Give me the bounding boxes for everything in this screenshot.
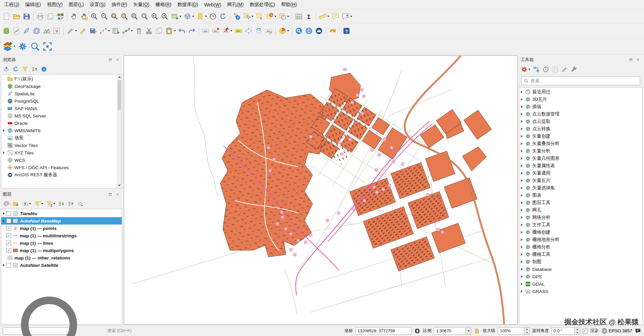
new-mesh-layer-button[interactable] — [42, 26, 51, 36]
browser-item[interactable]: SAPSAP HANA — [1, 105, 117, 112]
zoom-to-selection-button[interactable] — [120, 12, 129, 21]
toolbox-group[interactable]: GRASS — [519, 288, 642, 295]
layer-item[interactable]: map (1) — multilinestrings — [1, 232, 122, 239]
menu-item-s[interactable]: 设置(S) — [87, 1, 109, 9]
vertex-tool-button[interactable] — [121, 26, 133, 36]
plugin-tool-button[interactable] — [328, 26, 337, 36]
rotation-up-icon[interactable] — [575, 328, 580, 331]
layer-visibility-checkbox[interactable] — [6, 241, 11, 245]
save-project-button[interactable] — [22, 12, 31, 21]
toolbox-group[interactable]: 矢量叠加分析 — [519, 140, 642, 147]
plugin-settings-button[interactable] — [17, 41, 29, 52]
new-annotation-button[interactable] — [341, 12, 353, 21]
expander-icon[interactable] — [519, 206, 524, 214]
rotation-spinbox[interactable]: 0.0 ° — [551, 327, 580, 335]
toolbox-group[interactable]: 文件工具 — [519, 221, 642, 229]
map-canvas[interactable] — [124, 55, 518, 325]
expander-icon[interactable] — [519, 258, 524, 266]
toolbox-group[interactable]: 矢量选择集 — [519, 184, 642, 192]
web-search-button[interactable] — [294, 26, 304, 36]
toolbox-group[interactable]: 矢量属性表 — [519, 162, 642, 170]
menu-item-l[interactable]: 图层(L) — [66, 1, 87, 9]
layer-item[interactable]: map (1) — points — [1, 225, 122, 232]
menu-item-h[interactable]: 帮助(H) — [278, 1, 300, 9]
collapse-all-button[interactable] — [31, 65, 39, 73]
results-viewer-button[interactable] — [551, 65, 559, 74]
toolbox-group[interactable]: 3D瓦片 — [519, 96, 642, 103]
open-project-button[interactable] — [12, 12, 21, 21]
undo-button[interactable] — [177, 26, 186, 36]
layer-visibility-checkbox[interactable] — [6, 226, 11, 231]
filter-expression-button[interactable]: Σ — [45, 200, 56, 208]
layer-item[interactable]: Tianditu — [1, 210, 122, 217]
layer-styling-button[interactable] — [2, 200, 10, 208]
magnifier-down-icon[interactable] — [524, 331, 530, 334]
browser-close-button[interactable] — [114, 57, 120, 63]
toggle-editing-button[interactable] — [78, 26, 88, 36]
layer-visibility-checkbox[interactable] — [6, 219, 11, 223]
filter-browser-button[interactable] — [21, 65, 29, 73]
toolbox-group[interactable]: 图层工具 — [519, 199, 642, 206]
expander-icon[interactable] — [1, 127, 6, 134]
magnifier-up-icon[interactable] — [524, 328, 530, 331]
paste-features-button[interactable] — [164, 26, 176, 36]
expander-icon[interactable] — [1, 210, 6, 217]
expander-icon[interactable] — [1, 261, 6, 269]
toolbox-group[interactable]: 最近用过 — [519, 88, 642, 96]
zoom-native-button[interactable]: 1:1 — [140, 12, 149, 21]
expander-icon[interactable] — [519, 288, 524, 295]
layer-visibility-checkbox[interactable] — [6, 263, 11, 268]
layer-item[interactable]: map (1) — multipolygons — [1, 247, 122, 254]
measure-button[interactable] — [318, 12, 330, 21]
digitize-button[interactable] — [99, 26, 111, 36]
add-record-button[interactable] — [111, 26, 121, 36]
plugin-search-button[interactable] — [29, 41, 41, 52]
expander-icon[interactable] — [519, 110, 524, 118]
browser-item[interactable]: ArcGIS REST 服务器 — [1, 171, 117, 179]
toolbox-group[interactable]: 制图 — [519, 258, 642, 266]
scroll-down-arrow-icon[interactable] — [117, 183, 122, 188]
pin-labels-button[interactable]: abc — [221, 26, 233, 36]
browser-item[interactable]: Vector Tiles — [1, 142, 117, 149]
current-edits-button[interactable] — [66, 26, 78, 36]
magnifier-spinbox[interactable]: 100% — [498, 327, 530, 335]
layer-item[interactable]: AutoNavi Satellite — [1, 261, 122, 269]
redo-button[interactable] — [187, 26, 197, 36]
browser-item[interactable]: 场景 — [1, 134, 117, 142]
browser-item[interactable]: Oracle — [1, 119, 117, 127]
layer-visibility-checkbox[interactable] — [6, 233, 11, 238]
rotate-label-button[interactable] — [254, 26, 263, 36]
deselect-features-button[interactable] — [265, 12, 277, 21]
toolbox-group[interactable]: 栅格分析 — [519, 243, 642, 251]
new-geopackage-layer-button[interactable] — [2, 26, 11, 36]
menu-item-v[interactable]: 视图(V) — [44, 1, 66, 9]
help-button[interactable]: ? — [342, 26, 351, 36]
toolbox-group[interactable]: 插值 — [519, 103, 642, 110]
browser-item[interactable]: XYZ Tiles — [1, 149, 117, 156]
toolbox-group[interactable]: 点云转换 — [519, 125, 642, 133]
new-map-view-button[interactable] — [170, 12, 182, 21]
expander-icon[interactable] — [519, 266, 524, 273]
toolbox-search-input[interactable]: 搜索... — [521, 77, 640, 85]
save-edits-button[interactable] — [89, 26, 98, 36]
browser-float-button[interactable] — [107, 57, 113, 63]
expander-icon[interactable] — [519, 88, 524, 96]
messages-button[interactable] — [635, 328, 641, 334]
layer-item[interactable]: map (1) — other_relations — [1, 254, 122, 261]
expander-icon[interactable] — [519, 280, 524, 288]
render-checkbox[interactable] — [583, 329, 587, 333]
zoom-last-button[interactable] — [150, 12, 159, 21]
menu-item-r[interactable]: 栅格(R) — [152, 1, 174, 9]
toolbox-group[interactable]: 矢量瓦片 — [519, 177, 642, 184]
expander-icon[interactable] — [519, 251, 524, 258]
browser-item[interactable]: MS SQL Server — [1, 112, 117, 119]
expander-icon[interactable] — [519, 133, 524, 140]
coordinate-input[interactable]: 13208528, 3772798 — [355, 327, 412, 335]
toolbox-group[interactable]: 网孔 — [519, 206, 642, 214]
statistics-button[interactable]: Σ — [304, 12, 314, 21]
pan-to-selection-button[interactable] — [79, 12, 89, 21]
style-manager-button[interactable] — [56, 12, 65, 21]
new-3d-map-view-button[interactable] — [183, 12, 195, 21]
workflow-button[interactable] — [532, 65, 540, 74]
expander-icon[interactable] — [519, 118, 524, 125]
